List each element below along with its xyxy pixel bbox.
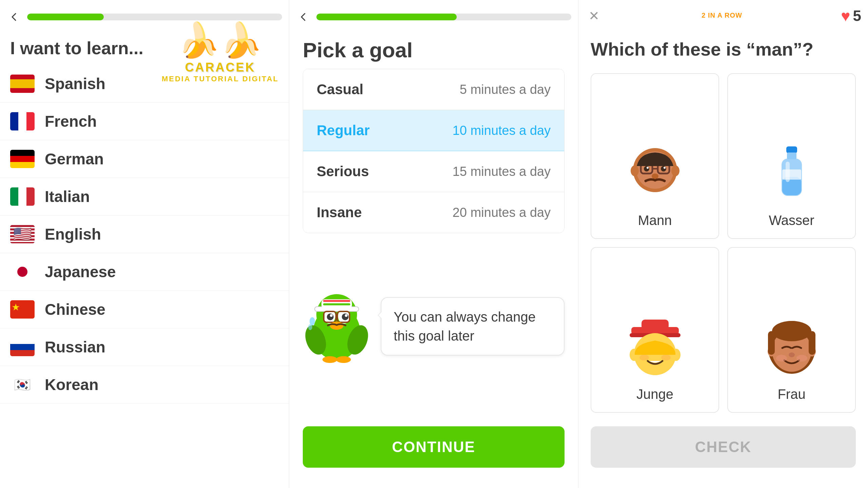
- panel2-back-button[interactable]: [296, 9, 311, 24]
- goal-selection-panel: Pick a goal Casual 5 minutes a day Regul…: [289, 0, 578, 488]
- goal-item-insane[interactable]: Insane 20 minutes a day: [303, 192, 564, 233]
- flag-japanese: [10, 263, 35, 281]
- goal-name-insane: Insane: [317, 204, 362, 221]
- language-name-korean: Korean: [45, 375, 98, 394]
- svg-point-51: [661, 354, 671, 361]
- language-name-japanese: Japanese: [45, 263, 116, 281]
- flag-korean: 🇰🇷: [10, 375, 35, 394]
- mascot-bird: [303, 289, 371, 364]
- svg-point-10: [330, 314, 333, 317]
- svg-rect-35: [787, 152, 796, 159]
- svg-point-25: [671, 165, 679, 176]
- quiz-panel: ✕ 2 IN A ROW ♥ 5 Which of these is “man”…: [578, 0, 868, 488]
- language-name-chinese: Chinese: [45, 300, 105, 319]
- svg-point-11: [345, 314, 348, 317]
- goal-time-casual: 5 minutes a day: [460, 82, 551, 97]
- goal-name-regular: Regular: [317, 122, 370, 139]
- flag-english: [10, 225, 35, 243]
- check-button[interactable]: CHECK: [591, 426, 856, 468]
- panel3-progress-wrap: 2 IN A ROW: [608, 12, 835, 21]
- answer-label-junge: Junge: [636, 387, 673, 402]
- language-item-chinese[interactable]: ★ Chinese: [0, 291, 289, 328]
- brand-sub: MEDIA TUTORIAL DIGITAL: [162, 75, 279, 83]
- svg-point-32: [664, 167, 666, 169]
- banana-icon: 🍌🍌: [162, 20, 279, 60]
- heart-count: ♥ 5: [841, 7, 861, 25]
- goal-time-regular: 10 minutes a day: [453, 123, 551, 138]
- flag-spanish: [10, 75, 35, 93]
- language-item-italian[interactable]: Italian: [0, 178, 289, 216]
- svg-point-30: [661, 166, 666, 171]
- language-item-german[interactable]: German: [0, 140, 289, 178]
- svg-rect-39: [782, 169, 801, 180]
- language-item-french[interactable]: French: [0, 103, 289, 140]
- svg-point-18: [322, 356, 337, 363]
- panel2-title: Pick a goal: [289, 28, 578, 69]
- language-name-french: French: [45, 112, 97, 130]
- mascot-area: You can always change this goal later: [289, 233, 578, 420]
- panel2-header: [289, 0, 578, 28]
- svg-point-29: [644, 166, 649, 171]
- flag-russian: [10, 338, 35, 356]
- answer-card-mann[interactable]: Mann: [591, 73, 719, 239]
- continue-button[interactable]: CONTINUE: [303, 426, 565, 468]
- back-button[interactable]: [7, 9, 22, 24]
- streak-label: 2 IN A ROW: [702, 12, 742, 19]
- goal-name-serious: Serious: [317, 163, 369, 180]
- svg-rect-34: [786, 146, 797, 153]
- svg-rect-4: [323, 300, 350, 302]
- answer-card-wasser[interactable]: Wasser: [727, 73, 856, 239]
- language-item-korean[interactable]: 🇰🇷 Korean: [0, 366, 289, 404]
- brand-name: CARACEK: [162, 60, 279, 75]
- answer-label-mann: Mann: [638, 213, 672, 228]
- answer-card-junge[interactable]: Junge: [591, 247, 719, 413]
- answer-label-wasser: Wasser: [769, 213, 814, 228]
- svg-point-31: [647, 167, 649, 169]
- answer-grid: Mann Wasser: [578, 66, 868, 420]
- answer-card-frau[interactable]: Frau: [727, 247, 856, 413]
- svg-rect-61: [809, 331, 815, 355]
- flag-chinese: ★: [10, 300, 35, 319]
- panel2-progress-fill: [316, 14, 457, 20]
- close-button[interactable]: ✕: [585, 7, 603, 25]
- heart-icon: ♥: [841, 7, 850, 25]
- svg-point-56: [789, 352, 795, 357]
- svg-point-19: [336, 356, 351, 363]
- language-item-english[interactable]: English: [0, 216, 289, 253]
- junge-illustration: [621, 313, 689, 381]
- svg-point-24: [631, 165, 639, 176]
- language-item-japanese[interactable]: Japanese: [0, 253, 289, 291]
- language-selection-panel: 🍌🍌 CARACEK MEDIA TUTORIAL DIGITAL I want…: [0, 0, 289, 488]
- quiz-question: Which of these is “man”?: [578, 28, 868, 66]
- mann-illustration: [621, 140, 689, 207]
- svg-point-9: [342, 313, 349, 320]
- wasser-illustration: [758, 140, 826, 207]
- progress-bar: [27, 14, 282, 20]
- svg-rect-41: [642, 320, 669, 330]
- goal-name-casual: Casual: [317, 81, 363, 98]
- goal-time-serious: 15 minutes a day: [453, 164, 551, 179]
- goal-item-casual[interactable]: Casual 5 minutes a day: [303, 69, 564, 110]
- panel3-header-inner: ✕ 2 IN A ROW ♥ 5: [585, 7, 861, 25]
- frau-illustration: [758, 313, 826, 381]
- flag-german: [10, 150, 35, 168]
- panel2-progress-bar: [316, 14, 571, 20]
- language-list: Spanish French German Italian: [0, 62, 289, 488]
- answer-label-frau: Frau: [777, 387, 805, 402]
- svg-rect-60: [768, 331, 775, 355]
- flag-italian: [10, 187, 35, 206]
- heart-number: 5: [853, 7, 861, 24]
- watermark: 🍌🍌 CARACEK MEDIA TUTORIAL DIGITAL: [162, 20, 279, 83]
- language-name-german: German: [45, 150, 104, 168]
- language-item-russian[interactable]: Russian: [0, 328, 289, 366]
- panel3-header: ✕ 2 IN A ROW ♥ 5: [578, 0, 868, 28]
- speech-bubble: You can always change this goal later: [381, 297, 565, 355]
- svg-point-59: [772, 321, 811, 341]
- progress-fill: [27, 14, 104, 20]
- flag-french: [10, 112, 35, 130]
- svg-point-57: [776, 355, 787, 362]
- svg-point-58: [796, 355, 807, 362]
- svg-point-33: [652, 174, 658, 179]
- goal-item-serious[interactable]: Serious 15 minutes a day: [303, 151, 564, 192]
- goal-item-regular[interactable]: Regular 10 minutes a day: [303, 110, 564, 151]
